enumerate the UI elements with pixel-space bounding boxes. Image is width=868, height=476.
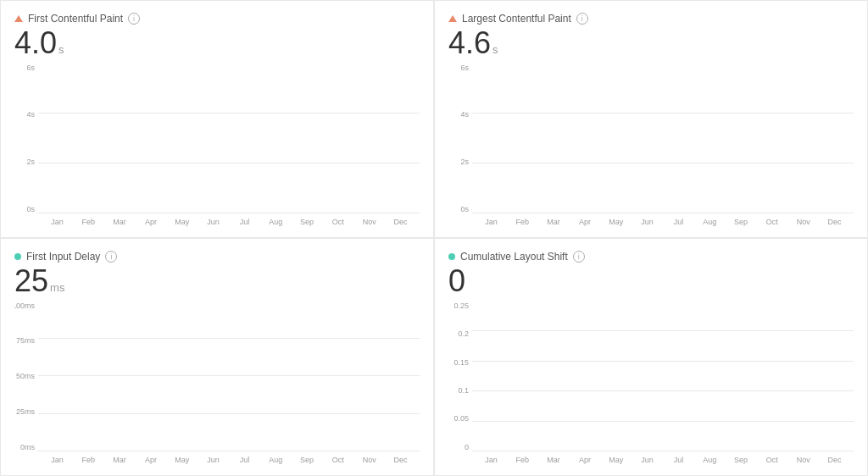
fcp-metric: 4.0s (14, 26, 420, 60)
x-axis-label: Sep (726, 456, 757, 464)
x-axis-label: Oct (322, 218, 353, 226)
bar-group (136, 302, 164, 451)
cls-y-axis: 0.250.20.150.10.050 (448, 302, 472, 451)
panel-cls: Cumulative Layout Shifti00.250.20.150.10… (434, 238, 868, 476)
x-axis-label: Oct (322, 456, 353, 464)
y-axis-label: 100ms (14, 302, 35, 310)
bar-group (356, 64, 385, 213)
x-axis-label: Sep (726, 218, 757, 226)
fcp-chart: 6s4s2s0sJanFebMarAprMayJunJulAugSepOctNo… (14, 64, 420, 230)
circle-icon (14, 253, 21, 260)
dashboard: First Contentful Painti4.0s6s4s2s0sJanFe… (0, 0, 868, 476)
fcp-y-axis: 6s4s2s0s (14, 64, 38, 213)
x-axis-label: Jul (229, 218, 260, 226)
x-axis-label: Oct (756, 456, 787, 464)
panel-fid: First Input Delayi25ms100ms75ms50ms25ms0… (0, 238, 434, 476)
x-axis-label: Jun (198, 456, 229, 464)
bar-group (538, 302, 567, 451)
fid-metric: 25ms (14, 264, 420, 298)
bar-group (104, 302, 133, 451)
x-axis-label: Nov (353, 456, 385, 464)
x-axis-label: Aug (260, 218, 292, 226)
bar-group (727, 64, 756, 213)
circle-icon (448, 253, 455, 260)
x-axis-label: May (166, 456, 198, 464)
y-axis-label: 0.2 (458, 329, 469, 338)
x-axis-label: Feb (507, 218, 538, 226)
fcp-info-icon[interactable]: i (128, 13, 140, 25)
x-axis-label: Feb (73, 456, 104, 464)
fid-chart: 100ms75ms50ms25ms0msJanFebMarAprMayJunJu… (14, 302, 420, 468)
x-axis-label: Dec (385, 218, 416, 226)
x-axis-label: Feb (507, 456, 538, 464)
bar-group (759, 64, 787, 213)
bar-group (325, 302, 353, 451)
x-axis-label: Nov (787, 456, 819, 464)
x-axis-label: Jul (663, 456, 694, 464)
x-axis-label: Jun (632, 456, 663, 464)
bar-group (73, 302, 102, 451)
bar-group (601, 302, 630, 451)
bar-group (790, 64, 819, 213)
bar-group (42, 64, 70, 213)
lcp-x-axis: JanFebMarAprMayJunJulAugSepOctNovDec (472, 213, 854, 230)
bar-group (759, 302, 787, 451)
triangle-icon (14, 15, 23, 22)
bar-group (387, 64, 416, 213)
x-axis-label: Aug (694, 456, 726, 464)
cls-header: Cumulative Layout Shifti (448, 251, 854, 263)
fid-info-icon[interactable]: i (105, 251, 117, 263)
cls-value: 0 (448, 264, 465, 298)
fid-bars (38, 302, 420, 451)
bar-group (727, 302, 756, 451)
bar-group (696, 302, 725, 451)
y-axis-label: 25ms (16, 407, 35, 416)
x-axis-label: Dec (385, 456, 416, 464)
y-axis-label: 6s (26, 64, 35, 72)
x-axis-label: May (600, 218, 632, 226)
fcp-value: 4.0 (14, 26, 57, 60)
bar-group (167, 64, 196, 213)
lcp-chart: 6s4s2s0sJanFebMarAprMayJunJulAugSepOctNo… (448, 64, 854, 230)
cls-info-icon[interactable]: i (573, 251, 585, 263)
lcp-bars-container (472, 64, 854, 213)
bar-group (664, 302, 693, 451)
lcp-y-axis: 6s4s2s0s (448, 64, 472, 213)
y-axis-label: 0ms (20, 443, 35, 451)
x-axis-label: Apr (569, 456, 600, 464)
lcp-value: 4.6 (448, 26, 491, 60)
fid-x-axis: JanFebMarAprMayJunJulAugSepOctNovDec (38, 451, 420, 468)
x-axis-label: Dec (819, 218, 850, 226)
fid-title: First Input Delay (26, 251, 100, 263)
bar-group (136, 64, 164, 213)
lcp-info-icon[interactable]: i (576, 13, 588, 25)
triangle-icon (448, 15, 457, 22)
y-axis-label: 4s (460, 110, 469, 119)
x-axis-label: Oct (756, 218, 787, 226)
x-axis-label: Sep (292, 456, 323, 464)
fcp-title: First Contentful Paint (28, 13, 123, 25)
x-axis-label: Jan (476, 456, 507, 464)
y-axis-label: 0 (465, 443, 469, 451)
bar-group (507, 64, 536, 213)
cls-bars (472, 302, 854, 451)
bar-group (230, 302, 259, 451)
y-axis-label: 0.1 (458, 386, 469, 395)
bar-group (104, 64, 133, 213)
x-axis-label: Jun (632, 218, 663, 226)
x-axis-label: May (166, 218, 198, 226)
cls-title: Cumulative Layout Shift (460, 251, 568, 263)
bar-group (476, 64, 504, 213)
bar-group (293, 64, 322, 213)
y-axis-label: 0s (26, 205, 35, 213)
x-axis-label: Nov (787, 218, 819, 226)
bar-group (262, 64, 291, 213)
bar-group (821, 302, 850, 451)
x-axis-label: Nov (353, 218, 385, 226)
fcp-bars (38, 64, 420, 213)
x-axis-label: Mar (538, 218, 570, 226)
fid-unit: ms (50, 282, 64, 294)
fid-header: First Input Delayi (14, 251, 420, 263)
fid-y-axis: 100ms75ms50ms25ms0ms (14, 302, 38, 451)
x-axis-label: Aug (694, 218, 726, 226)
